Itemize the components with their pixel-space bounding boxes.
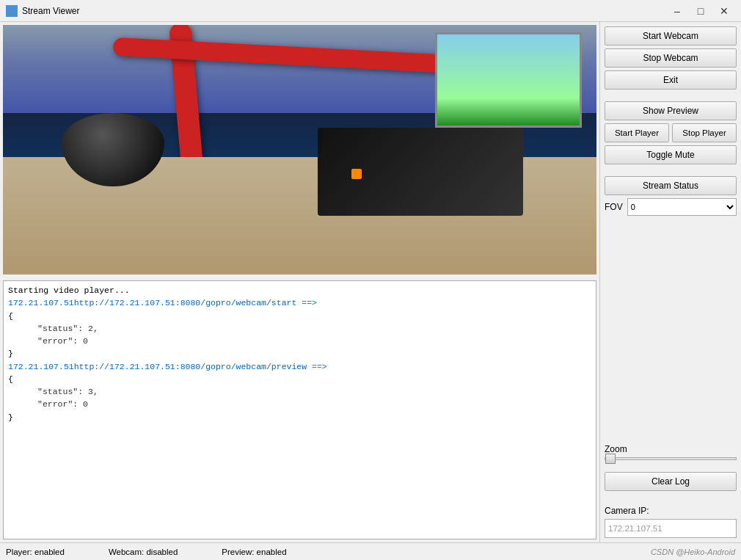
minimize-button[interactable]: – [666, 2, 688, 20]
log-line: 172.21.107.51http://172.21.107.51:8080/g… [8, 297, 591, 309]
log-line: "status": 3, [8, 385, 591, 398]
scene-window [435, 32, 582, 128]
right-panel: Start Webcam Stop Webcam Exit Show Previ… [600, 22, 741, 542]
stop-player-button[interactable]: Stop Player [672, 123, 737, 142]
main-content: Starting video player...172.21.107.51htt… [0, 22, 741, 542]
left-panel: Starting video player...172.21.107.51htt… [0, 22, 600, 542]
player-controls-row: Start Player Stop Player [605, 123, 737, 142]
log-line: "status": 2, [8, 322, 591, 335]
start-player-button[interactable]: Start Player [605, 123, 669, 142]
toggle-mute-button[interactable]: Toggle Mute [605, 145, 737, 164]
log-line: { [8, 373, 591, 385]
log-line: } [8, 411, 591, 423]
fov-row: FOV 0 1 2 3 [605, 198, 737, 216]
watermark: CSDN @Heiko-Android [331, 548, 735, 556]
log-line: 172.21.107.51http://172.21.107.51:8080/g… [8, 360, 591, 373]
title-bar: Stream Viewer – □ ✕ [0, 0, 741, 22]
separator-1 [605, 92, 737, 98]
scene-orange-mark [351, 169, 362, 179]
clear-log-button[interactable]: Clear Log [605, 472, 737, 491]
maximize-button[interactable]: □ [690, 2, 712, 20]
app-icon [6, 5, 18, 17]
app-title: Stream Viewer [22, 6, 666, 16]
player-status: Player: enabled [6, 548, 65, 556]
log-area: Starting video player...172.21.107.51htt… [3, 280, 596, 539]
stream-status-button[interactable]: Stream Status [605, 176, 737, 195]
video-display [3, 25, 596, 274]
separator-4 [605, 494, 737, 500]
video-area [3, 25, 596, 274]
camera-ip-input[interactable] [605, 519, 737, 538]
separator-2 [605, 167, 737, 173]
separator-3 [605, 463, 737, 469]
log-line: { [8, 310, 591, 322]
webcam-status: Webcam: disabled [109, 548, 178, 556]
log-line: } [8, 347, 591, 360]
start-webcam-button[interactable]: Start Webcam [605, 26, 737, 46]
log-line: Starting video player... [8, 284, 591, 297]
close-button[interactable]: ✕ [713, 2, 735, 20]
log-line: "error": 0 [8, 335, 591, 347]
fov-select[interactable]: 0 1 2 3 [627, 198, 737, 216]
fov-label: FOV [605, 202, 623, 212]
status-bar: Player: enabled Webcam: disabled Preview… [0, 542, 741, 560]
zoom-label: Zoom [605, 444, 737, 454]
show-preview-button[interactable]: Show Preview [605, 101, 737, 120]
right-panel-bottom [605, 219, 737, 438]
exit-button[interactable]: Exit [605, 70, 737, 90]
preview-status: Preview: enabled [222, 548, 286, 556]
zoom-slider-thumb[interactable] [605, 454, 616, 464]
window-controls: – □ ✕ [666, 2, 735, 20]
zoom-slider-track [605, 457, 737, 460]
log-line: "error": 0 [8, 398, 591, 410]
camera-ip-label: Camera IP: [605, 506, 737, 516]
scene-device [318, 128, 523, 216]
stop-webcam-button[interactable]: Stop Webcam [605, 48, 737, 68]
